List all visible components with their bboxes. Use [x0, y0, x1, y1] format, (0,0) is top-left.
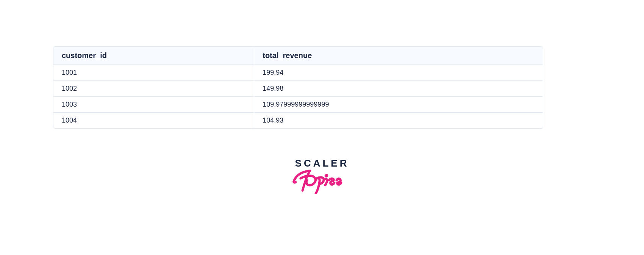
data-table: customer_id total_revenue 1001 199.94 10… — [53, 46, 543, 129]
cell-total-revenue: 199.94 — [254, 65, 543, 81]
column-header-customer-id: customer_id — [53, 47, 254, 65]
cell-customer-id: 1003 — [53, 97, 254, 113]
table-row: 1001 199.94 — [53, 65, 543, 81]
table-header-row: customer_id total_revenue — [53, 47, 543, 65]
cell-total-revenue: 109.97999999999999 — [254, 97, 543, 113]
column-header-total-revenue: total_revenue — [254, 47, 543, 65]
table-row: 1003 109.97999999999999 — [53, 97, 543, 113]
table-row: 1002 149.98 — [53, 81, 543, 97]
cell-total-revenue: 149.98 — [254, 81, 543, 97]
cell-customer-id: 1002 — [53, 81, 254, 97]
logo-text-topics — [291, 167, 349, 196]
cell-customer-id: 1001 — [53, 65, 254, 81]
cell-customer-id: 1004 — [53, 113, 254, 129]
scaler-topics-logo: SCALER — [295, 157, 349, 196]
cell-total-revenue: 104.93 — [254, 113, 543, 129]
table-row: 1004 104.93 — [53, 113, 543, 129]
